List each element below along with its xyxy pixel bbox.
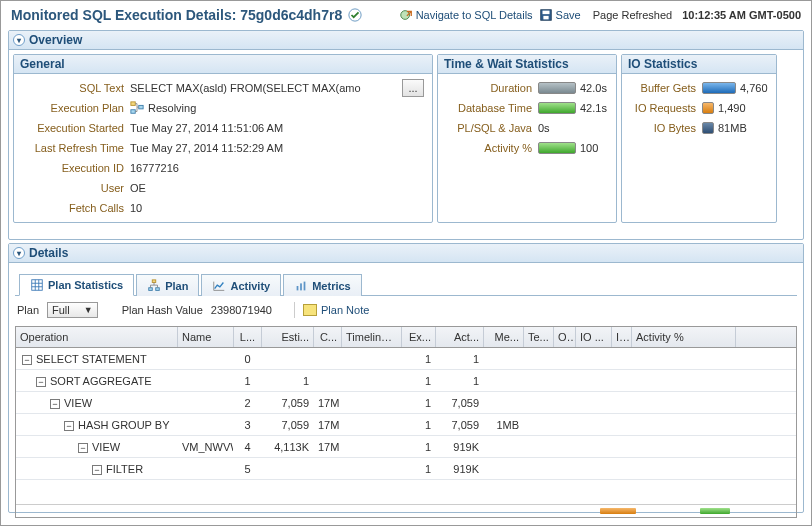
label-plsql: PL/SQL & Java (446, 122, 538, 134)
label-duration: Duration (446, 82, 538, 94)
svg-rect-6 (131, 110, 135, 114)
plan-hash-value: 2398071940 (211, 304, 272, 316)
value-io-requests: 1,490 (718, 102, 746, 114)
svg-rect-12 (297, 286, 299, 290)
table-row[interactable]: −HASH GROUP BY37,05917M17,0591MB (16, 414, 796, 436)
label-fetch-calls: Fetch Calls (22, 202, 130, 214)
sticky-note-icon (303, 304, 317, 316)
svg-rect-13 (300, 283, 302, 290)
navigate-sql-details-link[interactable]: Navigate to SQL Details (399, 8, 533, 22)
sql-text-expand-button[interactable]: ... (402, 79, 424, 97)
value-activity: 100 (580, 142, 598, 154)
svg-rect-14 (304, 281, 306, 290)
save-icon (539, 8, 553, 22)
label-activity: Activity % (446, 142, 538, 154)
duration-bar (538, 82, 576, 94)
col-io[interactable]: IO ... (576, 327, 612, 347)
io-card-title: IO Statistics (622, 55, 776, 74)
collapse-toggle-icon[interactable]: ▾ (13, 34, 25, 46)
db-time-bar (538, 102, 576, 114)
tws-card-title: Time & Wait Statistics (438, 55, 616, 74)
io-requests-bar (702, 102, 714, 114)
col-line[interactable]: L... (234, 327, 262, 347)
plan-dropdown[interactable]: Full▼ (47, 302, 98, 318)
tab-plan[interactable]: Plan (136, 274, 199, 296)
label-sql-text: SQL Text (22, 82, 130, 94)
col-actual[interactable]: Act... (436, 327, 484, 347)
svg-rect-10 (149, 287, 153, 290)
svg-rect-5 (131, 102, 135, 106)
grid-footer-sparkline (16, 504, 796, 517)
plan-note-button[interactable]: Plan Note (303, 304, 369, 316)
buffer-gets-bar (702, 82, 736, 94)
value-exec-id: 16777216 (130, 162, 179, 174)
table-row[interactable]: −SELECT STATEMENT011 (16, 348, 796, 370)
general-card-title: General (14, 55, 432, 74)
col-o[interactable]: O... (554, 327, 576, 347)
col-i[interactable]: I... (612, 327, 632, 347)
tab-activity[interactable]: Activity (201, 274, 281, 296)
bar-chart-icon (294, 279, 308, 293)
value-io-bytes: 81MB (718, 122, 747, 134)
svg-rect-8 (32, 280, 43, 291)
page-refreshed-label: Page Refreshed (593, 9, 673, 21)
table-row[interactable]: −VIEW27,05917M17,059 (16, 392, 796, 414)
value-exec-plan: Resolving (148, 102, 196, 114)
page-title: Monitored SQL Execution Details: 75g0d6c… (11, 7, 342, 23)
table-icon (30, 278, 44, 292)
line-chart-icon (212, 279, 226, 293)
details-section-header[interactable]: ▾ Details (9, 244, 803, 263)
tree-collapse-icon[interactable]: − (22, 355, 32, 365)
value-exec-started: Tue May 27, 2014 11:51:06 AM (130, 122, 283, 134)
label-last-refresh: Last Refresh Time (22, 142, 130, 154)
col-operation[interactable]: Operation (16, 327, 178, 347)
value-db-time: 42.1s (580, 102, 607, 114)
collapse-toggle-icon[interactable]: ▾ (13, 247, 25, 259)
tree-icon (147, 279, 161, 293)
globe-arrow-icon (399, 8, 413, 22)
col-memory[interactable]: Me... (484, 327, 524, 347)
status-ok-icon (348, 8, 362, 22)
tab-metrics[interactable]: Metrics (283, 274, 362, 296)
col-cost[interactable]: C... (314, 327, 342, 347)
io-bytes-bar (702, 122, 714, 134)
overview-section-header[interactable]: ▾ Overview (9, 31, 803, 50)
value-duration: 42.0s (580, 82, 607, 94)
plan-label: Plan (17, 304, 39, 316)
value-fetch-calls: 10 (130, 202, 142, 214)
label-io-bytes: IO Bytes (630, 122, 702, 134)
col-estimated[interactable]: Esti... (262, 327, 314, 347)
table-row[interactable]: −VIEWVM_NWVW44,113K17M1919K (16, 436, 796, 458)
value-last-refresh: Tue May 27, 2014 11:52:29 AM (130, 142, 283, 154)
label-db-time: Database Time (446, 102, 538, 114)
label-exec-plan: Execution Plan (22, 102, 130, 114)
value-sql-text: SELECT MAX(asld) FROM(SELECT MAX(amo (130, 82, 361, 94)
value-user: OE (130, 182, 146, 194)
col-executions[interactable]: Ex... (402, 327, 436, 347)
plan-grid-body[interactable]: −SELECT STATEMENT011−SORT AGGREGATE1111−… (16, 348, 796, 504)
table-row[interactable]: −FILTER51919K (16, 458, 796, 480)
tree-collapse-icon[interactable]: − (64, 421, 74, 431)
label-exec-started: Execution Started (22, 122, 130, 134)
page-refreshed-time: 10:12:35 AM GMT-0500 (682, 9, 801, 21)
dropdown-arrow-icon: ▼ (84, 305, 93, 315)
col-activity-pct[interactable]: Activity % (632, 327, 736, 347)
tree-collapse-icon[interactable]: − (36, 377, 46, 387)
tree-collapse-icon[interactable]: − (78, 443, 88, 453)
value-buffer-gets: 4,760 (740, 82, 768, 94)
table-row[interactable]: −SORT AGGREGATE1111 (16, 370, 796, 392)
save-button[interactable]: Save (539, 8, 581, 22)
tree-collapse-icon[interactable]: − (92, 465, 102, 475)
label-io-requests: IO Requests (630, 102, 702, 114)
col-name[interactable]: Name (178, 327, 234, 347)
tree-collapse-icon[interactable]: − (50, 399, 60, 409)
svg-rect-11 (156, 287, 160, 290)
plan-structure-icon (130, 101, 144, 115)
col-timeline[interactable]: Timeline(... (342, 327, 402, 347)
activity-bar (538, 142, 576, 154)
label-user: User (22, 182, 130, 194)
svg-rect-3 (542, 11, 549, 15)
tab-plan-statistics[interactable]: Plan Statistics (19, 274, 134, 296)
plan-hash-label: Plan Hash Value (122, 304, 203, 316)
col-temp[interactable]: Te... (524, 327, 554, 347)
